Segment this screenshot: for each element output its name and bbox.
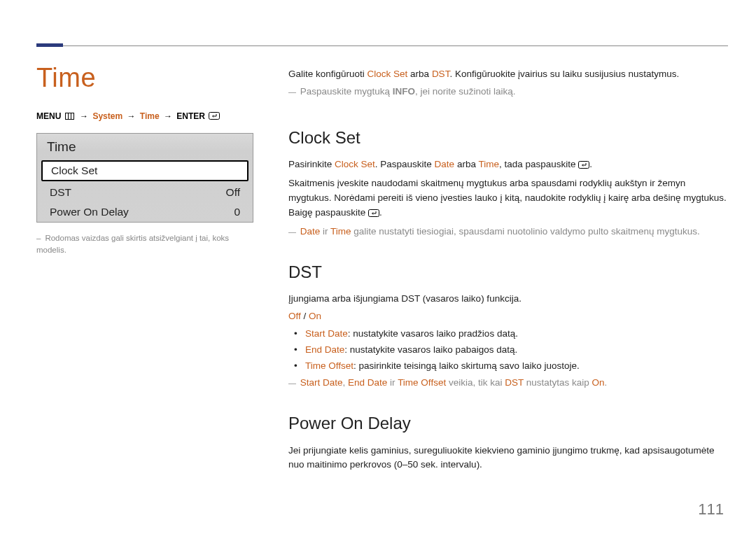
text: Galite konfigūruoti — [288, 69, 368, 79]
text: , jei norite sužinoti laiką. — [415, 86, 515, 97]
dst-note: Start Date, End Date ir Time Offset veik… — [288, 376, 728, 391]
page-content: Time MENU → System → Time → ENTER Time C… — [36, 63, 728, 475]
enter-icon — [578, 159, 589, 174]
text: ir — [387, 377, 398, 388]
text: . Konfigūruokite įvairius su laiku susij… — [449, 69, 679, 79]
osd-menu-panel: Time Clock Set DST Off Power On Delay 0 — [36, 133, 253, 223]
menu-icon — [65, 112, 74, 122]
text: veikia, tik kai — [446, 377, 505, 388]
on-term: On — [309, 311, 321, 321]
power-on-delay-text: Jei prijungiate kelis gaminius, sureguli… — [288, 444, 728, 473]
section-heading-clockset: Clock Set — [288, 125, 728, 150]
breadcrumb-menu: MENU — [36, 111, 61, 121]
text: Pasirinkite — [288, 159, 335, 169]
breadcrumb-time: Time — [140, 111, 160, 121]
page-number: 111 — [698, 500, 724, 519]
breadcrumb-system: System — [92, 111, 122, 121]
time-offset-term: Time Offset — [305, 360, 354, 371]
left-column: Time MENU → System → Time → ENTER Time C… — [36, 63, 288, 475]
time-offset-term: Time Offset — [398, 377, 446, 388]
end-date-term: End Date — [348, 377, 387, 388]
text: arba — [407, 69, 432, 79]
info-key: INFO — [393, 86, 415, 97]
clockset-p1: Pasirinkite Clock Set. Paspauskite Date … — [288, 157, 728, 174]
text: : nustatykite vasaros laiko pradžios dat… — [348, 328, 518, 339]
start-date-term: Start Date — [305, 328, 348, 339]
on-term: On — [592, 377, 605, 388]
osd-row-power-on-delay: Power On Delay 0 — [37, 202, 253, 222]
text: nustatytas kaip — [524, 377, 592, 388]
clockset-term: Clock Set — [368, 69, 408, 79]
text: / — [301, 311, 309, 321]
enter-icon — [209, 112, 220, 122]
text: Skaitmenis įveskite naudodami skaitmenų … — [288, 178, 727, 218]
dst-intro: Įjungiama arba išjungiama DST (vasaros l… — [288, 292, 728, 307]
text: : nustatykite vasaros laiko pabaigos dat… — [344, 344, 517, 355]
start-date-term: Start Date — [300, 377, 343, 388]
dst-term: DST — [505, 377, 524, 388]
date-term: Date — [435, 159, 455, 169]
panel-caption: Rodomas vaizdas gali skirtis atsižvelgia… — [36, 232, 260, 257]
text: , tada paspauskite — [499, 159, 578, 169]
osd-row-value: Off — [226, 186, 240, 199]
intro-note: Paspauskite mygtuką INFO, jei norite suž… — [288, 85, 728, 99]
date-term: Date — [300, 226, 321, 237]
clockset-note: Date ir Time galite nustatyti tiesiogiai… — [288, 225, 728, 239]
header-accent — [36, 43, 63, 47]
osd-row-label: DST — [50, 186, 71, 199]
right-column: Galite konfigūruoti Clock Set arba DST. … — [288, 63, 728, 475]
text: Paspauskite mygtuką — [300, 86, 393, 97]
breadcrumb-enter: ENTER — [176, 111, 205, 121]
bullet-end-date: End Date: nustatykite vasaros laiko paba… — [305, 343, 728, 358]
text: arba — [454, 159, 478, 169]
page-title: Time — [36, 63, 267, 93]
bullet-time-offset: Time Offset: pasirinkite teisingą laiko … — [305, 359, 728, 374]
intro-paragraph: Galite konfigūruoti Clock Set arba DST. … — [288, 67, 728, 82]
text: . Paspauskite — [375, 159, 435, 169]
breadcrumb: MENU → System → Time → ENTER — [36, 111, 267, 122]
clockset-p2: Skaitmenis įveskite naudodami skaitmenų … — [288, 176, 728, 222]
off-term: Off — [288, 311, 301, 321]
osd-row-label: Power On Delay — [50, 206, 129, 218]
text: : pasirinkite teisingą laiko skirtumą sa… — [354, 360, 580, 371]
bullet-start-date: Start Date: nustatykite vasaros laiko pr… — [305, 327, 728, 342]
time-term: Time — [478, 159, 499, 169]
text: ir — [320, 226, 330, 237]
dst-bullets: Start Date: nustatykite vasaros laiko pr… — [288, 327, 728, 374]
enter-icon — [368, 207, 379, 222]
dst-options: Off / On — [288, 309, 728, 324]
time-term: Time — [330, 226, 351, 237]
svg-rect-0 — [65, 113, 74, 119]
osd-row-dst: DST Off — [37, 183, 253, 202]
text: , — [343, 377, 349, 388]
osd-row-label: Clock Set — [51, 164, 97, 177]
arrow-icon: → — [125, 111, 137, 121]
arrow-icon: → — [162, 111, 174, 121]
osd-menu-title: Time — [37, 134, 253, 159]
end-date-term: End Date — [305, 344, 344, 355]
osd-row-value: 0 — [234, 206, 240, 218]
arrow-icon: → — [78, 111, 90, 121]
section-heading-dst: DST — [288, 259, 728, 285]
text: . — [605, 377, 608, 388]
header-rule — [36, 45, 728, 46]
clockset-term: Clock Set — [335, 159, 375, 169]
section-heading-power-on-delay: Power On Delay — [288, 410, 728, 436]
text: galite nustatyti tiesiogiai, spausdami n… — [351, 226, 700, 237]
osd-row-clockset: Clock Set — [41, 160, 248, 181]
dst-term: DST — [432, 69, 450, 79]
